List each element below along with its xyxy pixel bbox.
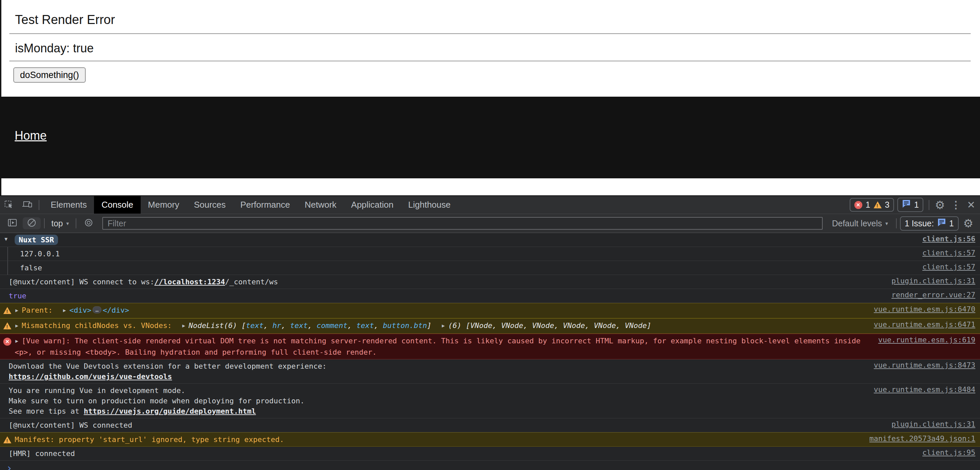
- clear-console-button[interactable]: [23, 217, 41, 229]
- error-count: 1: [865, 200, 870, 210]
- expander-icon[interactable]: ▶: [182, 321, 185, 331]
- tab-performance[interactable]: Performance: [233, 196, 298, 213]
- message-segment: Nuxt SSR: [15, 235, 58, 245]
- message-segment: text: [356, 321, 374, 330]
- source-link[interactable]: vue.runtime.esm.js:6471: [873, 320, 975, 329]
- message-segment: Parent:: [22, 306, 57, 314]
- message-segment: Download the Vue Devtools extension for …: [9, 362, 327, 370]
- tab-lighthouse[interactable]: Lighthouse: [401, 196, 458, 213]
- expander-icon[interactable]: ▶: [15, 305, 18, 315]
- ellipsis-button[interactable]: …: [93, 306, 101, 313]
- source-link[interactable]: manifest.20573a49.json:1: [869, 434, 975, 443]
- separator: [929, 200, 929, 210]
- console-sidebar-toggle-button[interactable]: [3, 217, 21, 229]
- source-link[interactable]: client.js:95: [922, 448, 975, 457]
- source-link[interactable]: client.js:57: [922, 249, 975, 257]
- settings-gear-icon[interactable]: ⚙: [935, 198, 945, 212]
- issues-badge[interactable]: 1 Issue: 1: [900, 216, 958, 231]
- message-segment: [@nuxt/content] WS connect to ws:: [9, 278, 154, 286]
- console-row: [HMR] connectedclient.js:95: [0, 447, 980, 460]
- message-segment: hr: [272, 321, 282, 330]
- source-link[interactable]: vue.runtime.esm.js:8473: [873, 361, 975, 369]
- console-row: !▶Parent: ▶<div>…</div>vue.runtime.esm.j…: [0, 303, 980, 318]
- warning-icon: !: [3, 307, 11, 314]
- eye-icon: [83, 217, 94, 229]
- console-message: ▶Parent: ▶<div>…</div>: [15, 305, 870, 316]
- tabbar-right: ✕ 1 ! 3 1 ⚙ ⋮ ✕: [850, 196, 980, 213]
- message-segment: [Vue warn]: The client-side rendered vir…: [15, 337, 865, 356]
- tab-application[interactable]: Application: [344, 196, 401, 213]
- group-expander-icon[interactable]: ▼: [4, 236, 7, 242]
- no-entry-icon: [26, 217, 37, 229]
- console-row: ✕▶[Vue warn]: The client-side rendered v…: [0, 334, 980, 359]
- chevron-down-icon: ▾: [66, 220, 69, 227]
- web-page: Test Render Error isMonday: true doSomet…: [0, 0, 980, 195]
- source-link[interactable]: render_error.vue:27: [891, 291, 975, 299]
- source-link[interactable]: vue.runtime.esm.js:8484: [873, 386, 975, 394]
- prompt-chevron-icon: ›: [6, 463, 12, 470]
- console-message: You are running Vue in development mode.…: [9, 386, 870, 416]
- home-link[interactable]: Home: [15, 129, 47, 143]
- message-segment: </div>: [103, 306, 129, 314]
- warning-count: 3: [885, 200, 890, 210]
- console-message: false: [20, 263, 919, 273]
- kebab-menu-icon[interactable]: ⋮: [948, 199, 964, 211]
- console-row: falseclient.js:57: [0, 261, 980, 275]
- messages-badge[interactable]: 1: [897, 198, 923, 212]
- inspect-cursor-icon: [4, 199, 14, 211]
- tab-memory[interactable]: Memory: [141, 196, 187, 213]
- live-expression-button[interactable]: [80, 217, 98, 229]
- message-segment: text: [246, 321, 264, 330]
- message-segment: ]: [427, 321, 436, 330]
- source-link[interactable]: vue.runtime.esm.js:6470: [873, 305, 975, 313]
- device-toolbar-button[interactable]: [18, 196, 37, 213]
- inline-link[interactable]: https://github.com/vuejs/vue-devtools: [9, 372, 172, 381]
- console-toolbar: top ▾ Default levels ▾ 1 Issue:: [0, 214, 980, 233]
- console-output: ▼Nuxt SSRclient.js:56127.0.0.1client.js:…: [0, 233, 980, 470]
- tab-elements[interactable]: Elements: [43, 196, 94, 213]
- tab-console[interactable]: Console: [94, 196, 140, 213]
- expander-icon[interactable]: ▶: [15, 336, 18, 346]
- expander-icon[interactable]: ▶: [442, 321, 445, 331]
- console-row: [@nuxt/content] WS connectedplugin.clien…: [0, 418, 980, 432]
- devtools-tabbar: ElementsConsoleMemorySourcesPerformanceN…: [0, 196, 980, 214]
- do-something-button[interactable]: doSomething(): [13, 67, 86, 83]
- chevron-down-icon: ▾: [885, 220, 888, 227]
- console-prompt[interactable]: ›: [0, 460, 980, 470]
- console-message: ▶[Vue warn]: The client-side rendered vi…: [15, 336, 875, 357]
- source-link[interactable]: plugin.client.js:31: [891, 420, 975, 429]
- message-segment: ,: [282, 321, 290, 330]
- message-segment: NodeList(6) [: [189, 321, 246, 330]
- console-rows: ▼Nuxt SSRclient.js:56127.0.0.1client.js:…: [0, 233, 980, 460]
- divider: [10, 33, 970, 34]
- warning-icon: !: [3, 437, 11, 443]
- close-devtools-icon[interactable]: ✕: [967, 199, 975, 211]
- context-selector[interactable]: top ▾: [48, 219, 72, 228]
- tab-network[interactable]: Network: [298, 196, 344, 213]
- message-count: 1: [914, 200, 919, 210]
- console-message: true: [9, 291, 888, 301]
- inline-link[interactable]: //localhost:1234: [154, 278, 225, 286]
- source-link[interactable]: client.js:57: [922, 263, 975, 271]
- error-warning-badge[interactable]: ✕ 1 ! 3: [850, 198, 894, 212]
- source-link[interactable]: plugin.client.js:31: [891, 277, 975, 285]
- filter-input[interactable]: [102, 217, 822, 229]
- console-row: truerender_error.vue:27: [0, 289, 980, 303]
- inspect-element-button[interactable]: [0, 196, 18, 213]
- message-segment: /_content/ws: [225, 278, 278, 286]
- log-levels-label: Default levels: [832, 219, 882, 228]
- source-link[interactable]: client.js:56: [922, 235, 975, 243]
- console-message: ▶Mismatching childNodes vs. VNodes: ▶Nod…: [15, 320, 870, 332]
- inline-link[interactable]: https://vuejs.org/guide/deployment.html: [84, 407, 256, 415]
- console-settings-gear-icon[interactable]: ⚙: [960, 217, 977, 230]
- log-levels-dropdown[interactable]: Default levels ▾: [827, 219, 892, 228]
- console-row: !Manifest: property 'start_url' ignored,…: [0, 432, 980, 447]
- message-icon: [902, 200, 911, 210]
- expander-icon[interactable]: ▶: [15, 321, 18, 331]
- console-message: [@nuxt/content] WS connected: [9, 420, 888, 430]
- source-link[interactable]: vue.runtime.esm.js:619: [878, 336, 975, 344]
- device-toolbar-icon: [22, 199, 33, 211]
- tab-sources[interactable]: Sources: [187, 196, 233, 213]
- expander-icon[interactable]: ▶: [63, 305, 66, 315]
- separator: [76, 218, 76, 228]
